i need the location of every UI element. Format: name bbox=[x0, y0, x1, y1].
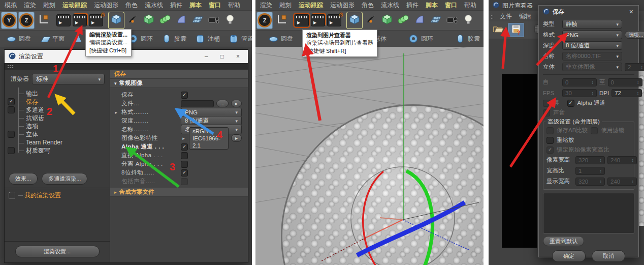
primitive-button[interactable]: 胶囊 bbox=[157, 33, 191, 45]
z-axis-lock-button[interactable]: Z bbox=[18, 12, 35, 29]
camera-button[interactable] bbox=[444, 12, 460, 28]
save-dialog-titlebar[interactable]: 保存 × bbox=[539, 6, 638, 18]
floor-button[interactable] bbox=[428, 12, 443, 28]
minimize-icon[interactable]: – bbox=[205, 53, 208, 60]
close-icon[interactable]: × bbox=[628, 8, 634, 16]
render-to-picture-viewer-button[interactable]: ▶ bbox=[310, 12, 326, 28]
coordinate-system-button[interactable] bbox=[274, 12, 289, 28]
menu-item[interactable]: 运动跟踪 bbox=[295, 0, 327, 11]
dialog-grip[interactable] bbox=[5, 63, 248, 70]
settings-tree-item[interactable]: 多通道 bbox=[5, 106, 110, 114]
menu-item[interactable]: 窗口 bbox=[441, 0, 461, 11]
image-preview-area[interactable] bbox=[502, 74, 537, 248]
menu-item[interactable]: 运动跟踪 bbox=[59, 0, 90, 11]
settings-tree-item[interactable]: ✓保存 bbox=[5, 98, 110, 106]
expander-icon[interactable]: ▸ bbox=[181, 136, 186, 141]
pixel-width-stepper[interactable]: 320↕ bbox=[575, 156, 605, 164]
settings-tree-item[interactable]: 选项 bbox=[5, 122, 110, 130]
stereo-count-stepper[interactable]: 2↕ bbox=[625, 63, 644, 71]
file-path-input[interactable] bbox=[181, 100, 214, 107]
sound-checkbox[interactable] bbox=[543, 109, 550, 116]
close-icon[interactable]: × bbox=[236, 53, 240, 60]
menu-item[interactable]: 帮助 bbox=[461, 0, 480, 11]
primitive-button[interactable]: 圆盘 bbox=[2, 33, 36, 45]
primitive-button[interactable]: 油桶 bbox=[191, 33, 224, 45]
display-height-stepper[interactable]: 240↕ bbox=[607, 178, 637, 186]
menu-item[interactable]: 窗口 bbox=[205, 0, 224, 11]
open-file-button[interactable] bbox=[491, 23, 506, 37]
format-dropdown[interactable]: PNG▾ bbox=[562, 31, 622, 39]
menu-item[interactable]: 角色 bbox=[358, 0, 377, 11]
menu-item[interactable]: 运动图形 bbox=[327, 0, 358, 11]
settings-tree-item[interactable]: Team Render bbox=[5, 138, 110, 146]
maximize-icon[interactable]: □ bbox=[220, 53, 224, 60]
layers-checkbox[interactable] bbox=[543, 100, 550, 107]
enable-checkbox[interactable] bbox=[8, 106, 15, 113]
fps-stepper[interactable]: 30↕ bbox=[562, 89, 597, 97]
menu-item[interactable]: 运动图形 bbox=[90, 0, 122, 11]
to-frame-stepper[interactable]: 0↕ bbox=[608, 78, 642, 86]
save-image-button[interactable]: ? bbox=[508, 23, 524, 37]
spline-pen-button[interactable] bbox=[125, 12, 140, 28]
alpha-channel-checkbox[interactable]: ✓ bbox=[567, 100, 574, 107]
stereo-dropdown[interactable]: 非立体图像▾ bbox=[562, 63, 622, 71]
spline-pen-button[interactable] bbox=[363, 12, 378, 28]
primitive-button[interactable]: 平面 bbox=[36, 33, 69, 45]
menu-item[interactable]: 脚本 bbox=[422, 0, 441, 11]
edit-render-settings-button[interactable]: ▶⚙ bbox=[327, 12, 342, 28]
light-button[interactable] bbox=[461, 12, 476, 28]
comment-box[interactable] bbox=[543, 193, 634, 233]
section-regular-image[interactable]: ▾常规图像 bbox=[110, 79, 248, 88]
save-ab-checkbox[interactable] bbox=[546, 127, 554, 134]
y-axis-lock-button[interactable]: Y bbox=[1, 12, 17, 29]
aspect-ratio-stepper[interactable]: 1↕ bbox=[575, 167, 605, 175]
render-to-picture-viewer-button[interactable]: ▶ bbox=[72, 12, 87, 28]
color-profile-field[interactable]: sRGB IEC61966-2.1 bbox=[189, 127, 229, 150]
menu-item[interactable]: 流水线 bbox=[141, 0, 167, 11]
coordinate-system-button[interactable] bbox=[36, 12, 51, 28]
render-settings-button[interactable]: 渲染设置... bbox=[15, 246, 100, 257]
primitive-button[interactable]: 圆盘 bbox=[257, 33, 304, 45]
use-filter-checkbox[interactable] bbox=[591, 127, 598, 134]
cloner-button[interactable] bbox=[396, 12, 411, 28]
menu-item[interactable]: 编辑 bbox=[516, 11, 535, 22]
menu-item[interactable]: 雕刻 bbox=[40, 0, 59, 11]
separate-alpha-checkbox[interactable] bbox=[181, 161, 188, 168]
menu-item[interactable]: 雕刻 bbox=[276, 0, 295, 11]
render-view-button[interactable]: ▶ bbox=[56, 12, 71, 28]
renderer-dropdown[interactable]: 标准▾ bbox=[32, 74, 105, 84]
floor-button[interactable] bbox=[190, 12, 205, 28]
dpi-stepper[interactable]: 72↕ bbox=[611, 89, 642, 97]
section-compositing[interactable]: ▸合成方案文件 bbox=[110, 188, 248, 197]
from-frame-stepper[interactable]: 0↕ bbox=[562, 78, 597, 86]
cube-primitive-button[interactable] bbox=[109, 12, 124, 28]
dither-checkbox[interactable]: ✓ bbox=[181, 169, 188, 176]
light-button[interactable] bbox=[222, 12, 238, 28]
menu-item[interactable]: 流水线 bbox=[377, 0, 403, 11]
menu-item[interactable]: 帮助 bbox=[224, 0, 244, 11]
menu-item[interactable]: 插件 bbox=[403, 0, 422, 11]
camera-button[interactable] bbox=[206, 12, 221, 28]
type-dropdown[interactable]: 静帧▾ bbox=[562, 20, 622, 28]
cancel-button[interactable]: 取消 bbox=[592, 250, 625, 262]
primitive-button[interactable]: 管道 bbox=[224, 33, 252, 45]
enable-checkbox[interactable] bbox=[8, 131, 15, 138]
menu-item[interactable]: 渲染 bbox=[20, 0, 40, 11]
effects-button[interactable]: 效果... bbox=[9, 173, 38, 185]
color-profile-menu-button[interactable]: ▸ bbox=[231, 134, 242, 142]
preset-item[interactable]: 我的渲染设置 bbox=[9, 191, 106, 200]
multipass-render-button[interactable]: 多通道渲染... bbox=[42, 173, 87, 185]
subdivision-surface-button[interactable] bbox=[379, 12, 395, 28]
enable-checkbox[interactable]: ✓ bbox=[8, 98, 15, 105]
primitive-button[interactable]: 胶囊 bbox=[444, 33, 484, 45]
straight-alpha-checkbox[interactable] bbox=[181, 152, 188, 159]
cube-primitive-button[interactable] bbox=[347, 12, 362, 28]
format-options-button[interactable]: 选项... bbox=[625, 31, 644, 39]
menu-item[interactable]: 文件 bbox=[496, 11, 516, 22]
lock-ratio-checkbox[interactable]: ✓ bbox=[546, 146, 554, 154]
settings-tree-item[interactable]: 立体 bbox=[5, 130, 110, 138]
menu-grip[interactable] bbox=[491, 13, 493, 19]
display-width-stepper[interactable]: 320↕ bbox=[575, 178, 605, 186]
deformer-button[interactable] bbox=[412, 12, 427, 28]
enable-checkbox[interactable] bbox=[8, 147, 15, 154]
